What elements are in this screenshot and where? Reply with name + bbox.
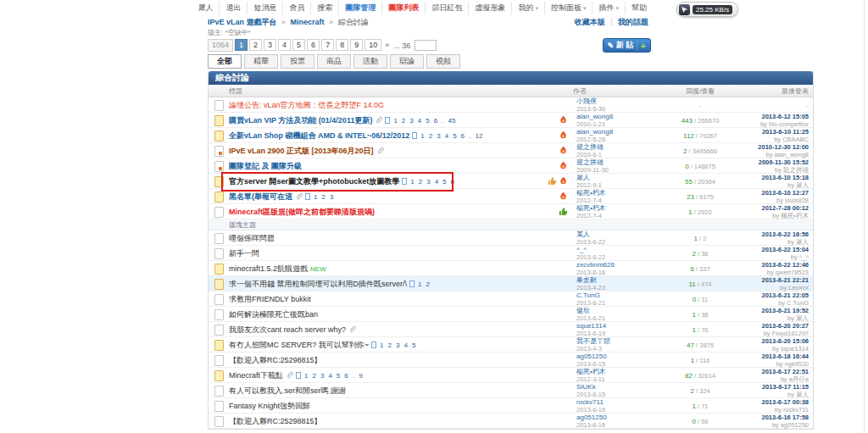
page-link-3[interactable]: 3 (264, 39, 276, 51)
lastpost-author[interactable]: by louis828 (734, 197, 809, 204)
author-link[interactable]: 某人 (576, 230, 590, 238)
lastpost-date-link[interactable]: 2013-6-21 19:52 (734, 307, 809, 314)
thread-page-link[interactable]: 5 (412, 341, 415, 349)
lastpost-date-link[interactable]: 2013-6-10 12:27 (734, 189, 809, 197)
nav-item-我的[interactable]: 我的▾ (511, 2, 544, 14)
thread-title-link[interactable]: Fantasy Knight強勢回歸 (229, 401, 310, 412)
thread-page-link[interactable]: 6 (344, 372, 348, 380)
lastpost-author[interactable]: by 犀人 (734, 238, 809, 246)
author-link[interactable]: ag051250 (576, 353, 607, 360)
lastpost-author[interactable]: by ag051250 (734, 421, 809, 429)
lastpost-author[interactable]: by rockv711 (734, 406, 809, 414)
thread-title-link[interactable]: 購買vLan VIP 方法及功能 (01/4/2011更新) (229, 115, 372, 126)
author-link[interactable]: zxcvbnm626 (576, 261, 615, 269)
lastpost-date-link[interactable]: 2013-6-21 22:05 (734, 291, 809, 299)
thread-title-link[interactable]: 【歡迎入夥RC:25298815】 (229, 416, 322, 427)
breadcrumb-site-link[interactable]: IPvE vLan 遊戲平台 (208, 18, 277, 26)
author-link[interactable]: 楊死•朽木 (576, 204, 606, 212)
lastpost-date-link[interactable]: 2013-6-22 15:04 (734, 246, 809, 253)
thread-page-link[interactable]: 3 (396, 341, 399, 349)
nav-item-搜索[interactable]: 搜索 (310, 2, 338, 14)
tab-投票[interactable]: 投票 (281, 54, 314, 69)
thread-page-link[interactable]: 2 (321, 193, 325, 201)
lastpost-date-link[interactable]: 2013-6-17 22:51 (734, 368, 809, 375)
thread-page-link[interactable]: 2 (312, 372, 315, 380)
lastpost-author[interactable]: by 犀人 (734, 391, 809, 398)
thread-page-link[interactable]: 5 (442, 178, 446, 186)
lastpost-author[interactable]: by alan_wong8 (734, 151, 809, 158)
lastpost-author[interactable]: by C.TunG (734, 299, 809, 307)
my-topics-link[interactable]: 我的話題 (618, 18, 648, 26)
thread-title-link[interactable]: 有人可以教我入.ser和開ser嗎 謝謝 (229, 386, 346, 397)
thread-page-link[interactable]: 1 (314, 193, 317, 201)
nav-item-幫助[interactable]: 幫助 (625, 2, 653, 14)
author-link[interactable]: 龍之拼雄 (576, 143, 604, 151)
nav-item-會員[interactable]: 會員 (282, 2, 310, 14)
download-speed-badge[interactable]: 25.25 KB/s (676, 2, 738, 17)
author-link[interactable]: SIUKk (576, 383, 596, 391)
thread-title-link[interactable]: 求一個不用錢 禁用粒制同埋可以利用D插件既server/\ (229, 279, 407, 290)
author-link[interactable]: rockv711 (576, 398, 604, 406)
lastpost-date-link[interactable]: 2013-6-18 16:44 (734, 353, 809, 360)
author-link[interactable]: alan_wong8 (576, 113, 613, 120)
tab-辯論[interactable]: 辯論 (390, 54, 424, 69)
thread-page-link[interactable]: 4 (445, 132, 448, 140)
lastpost-author[interactable]: by qwert78523 (734, 269, 809, 276)
tab-視頻[interactable]: 視頻 (426, 54, 460, 69)
tab-精華[interactable]: 精華 (244, 54, 278, 69)
nav-item-節日紅包[interactable]: 節日紅包 (425, 2, 468, 14)
lastpost-author[interactable]: by ngkit520 (734, 360, 809, 368)
author-link[interactable]: 犀人 (576, 174, 590, 181)
thread-title-link[interactable]: 【歡迎入夥RC:25298815】 (229, 355, 322, 366)
thread-page-link[interactable]: 1 (304, 372, 308, 380)
lastpost-date-link[interactable]: 2013-6-12 15:05 (734, 113, 809, 120)
lastpost-date-link[interactable]: 2013-6-21 22:21 (734, 276, 809, 284)
thread-page-link[interactable]: 2 (419, 178, 422, 186)
lastpost-author[interactable]: by 楊死•朽木 (734, 212, 809, 219)
lastpost-date-link[interactable]: 2013-6-16 17:58 (734, 414, 809, 421)
thread-page-link[interactable]: 3 (330, 193, 333, 201)
author-link[interactable]: 我不是丫頭 (576, 337, 610, 345)
thread-title-link[interactable]: 哩個係咩問題 (229, 233, 275, 244)
author-link[interactable]: 小飛俠 (576, 97, 597, 105)
author-link[interactable]: ag051250 (576, 414, 607, 421)
nav-item-插件[interactable]: 插件▾ (592, 2, 625, 14)
lastpost-author[interactable]: by CBAABC (734, 136, 809, 143)
lastpost-date-link[interactable]: 2013-6-17 11:15 (734, 383, 809, 391)
thread-title-link[interactable]: 我朋友次次cant reach server why? (229, 325, 346, 336)
lastpost-date-link[interactable]: 2013-6-20 15:06 (734, 337, 809, 345)
thread-page-link[interactable]: 1 (410, 178, 414, 186)
author-link[interactable]: 暴走獸 (576, 276, 597, 284)
thread-title-link[interactable]: 有冇人想開MC SERVER? 我可以幫到你~ (229, 340, 369, 351)
author-link[interactable]: 楊死•朽木 (576, 368, 606, 375)
lastpost-author[interactable]: by a丹仔a (734, 375, 809, 383)
thread-page-link[interactable]: 4 (403, 341, 407, 349)
page-link-6[interactable]: 6 (307, 39, 320, 51)
page-link-2[interactable]: 2 (249, 39, 262, 51)
thread-page-link[interactable]: 2 (402, 117, 405, 125)
author-link[interactable]: sque1314 (576, 322, 606, 330)
new-post-button[interactable]: ✎ 新 貼 + (603, 38, 652, 53)
author-link[interactable]: 楊死•朽木 (576, 189, 606, 197)
page-link-4[interactable]: 4 (278, 39, 291, 51)
thread-page-link[interactable]: 1 (420, 132, 424, 140)
thread-title-link[interactable]: 求教用FRIENDLY bukkit (229, 294, 311, 305)
thread-title-link[interactable]: 官方server 開ser圖文教學+photobucket放圖教學 (229, 176, 399, 187)
thread-page-link[interactable]: 1 (393, 117, 397, 125)
page-link-5[interactable]: 5 (292, 39, 305, 51)
thread-page-link[interactable]: 2 (388, 341, 392, 349)
thread-title-link[interactable]: 論壇公告: vLan官方地圖：信長之野望F 14.0G (229, 100, 384, 111)
thread-title-link[interactable]: 全新vLan Shop 砌機組合 AMD & INTEL~06/12/2012 (229, 130, 409, 142)
lastpost-author[interactable]: by 龍之拼雄 (734, 166, 809, 174)
thread-page-link[interactable]: 9 (359, 372, 362, 380)
thread-title-link[interactable]: minecraft1.5.2飢餓遊戲 (229, 264, 308, 275)
lastpost-date-link[interactable]: 2013-6-17 00:38 (734, 398, 809, 406)
thread-title-link[interactable]: Minecraft下載點 (229, 370, 283, 381)
tab-活動[interactable]: 活動 (353, 54, 387, 69)
thread-page-link[interactable]: 5 (337, 372, 340, 380)
thread-page-link[interactable]: 4 (418, 117, 421, 125)
thread-page-link[interactable]: 3 (426, 178, 430, 186)
thread-page-link[interactable]: 4 (328, 372, 331, 380)
page-jump-input[interactable] (415, 40, 437, 51)
nav-item-團隊管理[interactable]: 團隊管理 (338, 2, 381, 14)
